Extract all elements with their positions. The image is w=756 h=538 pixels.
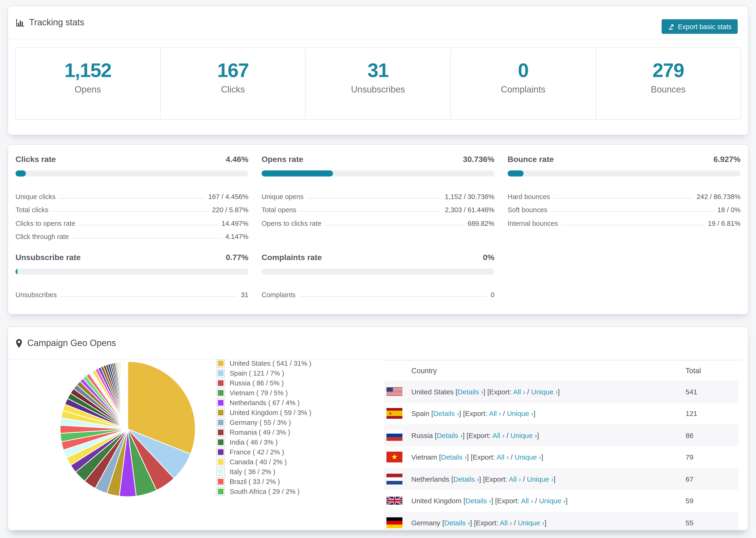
campaign-geo-opens-card: Campaign Geo Opens United States ( 541 /… bbox=[8, 326, 748, 530]
export-all-link[interactable]: All › bbox=[513, 388, 525, 396]
metric-row: Click through rate4.147% bbox=[16, 227, 248, 241]
bracket: ] bbox=[566, 497, 567, 505]
country-name: Germany bbox=[411, 519, 442, 527]
column-header-country: Country bbox=[384, 366, 685, 375]
stat-value: 0 bbox=[451, 61, 595, 80]
country-cell-text: United States [Details ›] [Export: All ›… bbox=[411, 388, 560, 396]
legend-swatch bbox=[217, 438, 225, 446]
country-cell-text: United Kingdom [Details ›] [Export: All … bbox=[411, 497, 567, 505]
legend-item-south-africa[interactable]: South Africa ( 29 / 2% ) bbox=[217, 486, 311, 496]
legend-label: Germany ( 55 / 3% ) bbox=[230, 418, 291, 426]
legend-swatch bbox=[217, 458, 225, 465]
rate-progress-fill bbox=[261, 170, 333, 177]
stat-label: Clicks bbox=[161, 84, 305, 95]
details-link[interactable]: Details › bbox=[465, 497, 491, 505]
legend-swatch bbox=[217, 389, 225, 397]
column-header-total: Total bbox=[685, 366, 739, 375]
legend-item-united-kingdom[interactable]: United Kingdom ( 59 / 3% ) bbox=[217, 407, 311, 417]
bracket: ] [Export: bbox=[467, 453, 497, 461]
dotted-leader bbox=[307, 198, 441, 198]
legend-item-india[interactable]: India ( 46 / 3% ) bbox=[217, 437, 311, 447]
rate-progress-bar bbox=[508, 170, 740, 177]
stat-label: Unsubscribes bbox=[306, 84, 450, 95]
stat-cell-bounces: 279Bounces bbox=[596, 48, 740, 119]
rate-progress-bar bbox=[16, 269, 248, 275]
table-row-russia: Russia [Details ›] [Export: All › / Uniq… bbox=[384, 424, 739, 446]
rate-progress-fill bbox=[16, 269, 17, 275]
details-link[interactable]: Details › bbox=[441, 453, 467, 461]
details-link[interactable]: Details › bbox=[433, 409, 459, 418]
details-link[interactable]: Details › bbox=[458, 388, 483, 396]
separator: / bbox=[525, 388, 531, 396]
country-cell-text: Spain [Details ›] [Export: All › / Uniqu… bbox=[411, 409, 536, 418]
separator: / bbox=[505, 431, 511, 439]
rate-title: Bounce rate bbox=[508, 155, 554, 164]
rate-title: Opens rate bbox=[261, 155, 303, 164]
export-unique-link[interactable]: Unique › bbox=[514, 453, 541, 461]
export-basic-stats-button[interactable]: Export basic stats bbox=[661, 19, 738, 34]
export-all-link[interactable]: All › bbox=[509, 475, 521, 483]
bracket: [ bbox=[463, 497, 465, 505]
legend-item-brazil[interactable]: Brazil ( 33 / 2% ) bbox=[217, 476, 311, 486]
stat-cell-complaints: 0Complaints bbox=[451, 48, 596, 119]
legend-label: Italy ( 36 / 2% ) bbox=[230, 468, 275, 475]
stat-value: 279 bbox=[596, 61, 740, 80]
export-all-link[interactable]: All › bbox=[500, 519, 512, 527]
legend-item-romania[interactable]: Romania ( 49 / 3% ) bbox=[217, 427, 311, 437]
dotted-leader bbox=[79, 225, 218, 225]
legend-swatch bbox=[217, 428, 225, 436]
details-link[interactable]: Details › bbox=[444, 519, 470, 527]
metric-label: Clicks to opens rate bbox=[16, 219, 75, 227]
legend-swatch bbox=[217, 359, 225, 367]
legend-swatch bbox=[217, 478, 225, 485]
country-name: Spain bbox=[411, 409, 431, 418]
metric-value: 220 / 5.87% bbox=[212, 206, 248, 214]
legend-item-vietnam[interactable]: Vietnam ( 79 / 5% ) bbox=[217, 388, 311, 398]
bracket: ] [Export: bbox=[470, 519, 500, 527]
details-link[interactable]: Details › bbox=[437, 431, 462, 439]
export-unique-link[interactable]: Unique › bbox=[531, 388, 558, 396]
stat-label: Opens bbox=[16, 84, 160, 95]
legend-label: Romania ( 49 / 3% ) bbox=[230, 428, 290, 436]
rate-value: 30.736% bbox=[463, 155, 495, 164]
rate-progress-fill bbox=[16, 170, 26, 177]
metric-value: 14.497% bbox=[222, 219, 249, 227]
legend-label: United States ( 541 / 31% ) bbox=[230, 359, 311, 367]
export-unique-link[interactable]: Unique › bbox=[511, 431, 537, 439]
legend-item-france[interactable]: France ( 42 / 2% ) bbox=[217, 447, 311, 457]
metric-value: 167 / 4.456% bbox=[208, 193, 248, 200]
metric-value: 4.147% bbox=[225, 233, 248, 241]
legend-item-germany[interactable]: Germany ( 55 / 3% ) bbox=[217, 417, 311, 427]
dotted-leader bbox=[300, 211, 441, 212]
geo-header: Campaign Geo Opens bbox=[8, 327, 748, 360]
metric-row: Unsubscribes31 bbox=[16, 285, 248, 298]
stat-cell-unsubscribes: 31Unsubscribes bbox=[306, 48, 451, 119]
export-all-link[interactable]: All › bbox=[492, 431, 505, 439]
legend-item-spain[interactable]: Spain ( 121 / 7% ) bbox=[217, 368, 311, 378]
details-link[interactable]: Details › bbox=[453, 475, 479, 483]
flag-es-icon bbox=[387, 408, 403, 419]
export-all-link[interactable]: All › bbox=[497, 453, 509, 461]
export-all-link[interactable]: All › bbox=[489, 409, 501, 418]
metric-row: Unique clicks167 / 4.456% bbox=[16, 187, 248, 200]
legend-item-netherlands[interactable]: Netherlands ( 67 / 4% ) bbox=[217, 398, 311, 407]
export-unique-link[interactable]: Unique › bbox=[539, 497, 566, 505]
legend-item-italy[interactable]: Italy ( 36 / 2% ) bbox=[217, 467, 311, 476]
rate-block-empty bbox=[508, 253, 740, 298]
metric-value: 2,303 / 61.446% bbox=[445, 206, 495, 214]
dotted-leader bbox=[52, 211, 208, 212]
legend-item-russia[interactable]: Russia ( 86 / 5% ) bbox=[217, 378, 311, 388]
export-all-link[interactable]: All › bbox=[521, 497, 533, 505]
export-unique-link[interactable]: Unique › bbox=[518, 519, 544, 527]
export-unique-link[interactable]: Unique › bbox=[527, 475, 553, 483]
legend-item-canada[interactable]: Canada ( 40 / 2% ) bbox=[217, 457, 311, 467]
country-cell-text: Vietnam [Details ›] [Export: All › / Uni… bbox=[411, 453, 543, 461]
tracking-stats-header: Tracking stats Export basic stats bbox=[8, 6, 748, 39]
stat-cell-opens: 1,152Opens bbox=[16, 48, 161, 119]
total-cell: 59 bbox=[685, 497, 739, 505]
metric-row: Internal bounces19 / 6.81% bbox=[508, 214, 740, 227]
country-name: United Kingdom bbox=[411, 497, 463, 505]
legend-item-united-states[interactable]: United States ( 541 / 31% ) bbox=[217, 358, 311, 368]
flag-gb-icon bbox=[387, 497, 403, 505]
export-unique-link[interactable]: Unique › bbox=[507, 409, 533, 418]
